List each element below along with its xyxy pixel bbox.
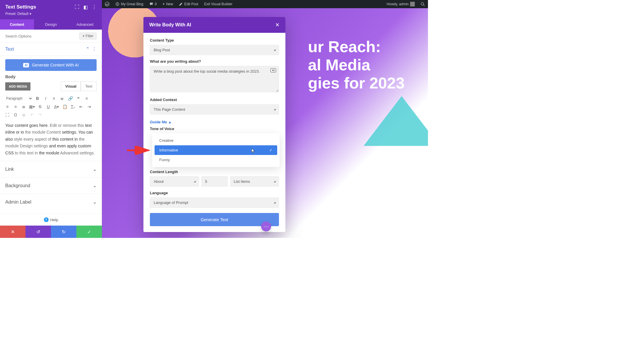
language-select[interactable]: Language of Prompt ▴▾: [150, 197, 279, 208]
check-icon: ✓: [269, 148, 273, 152]
comments-link[interactable]: 0: [146, 2, 160, 6]
undo-icon[interactable]: ↶: [28, 111, 36, 119]
save-button[interactable]: ✓: [76, 226, 102, 238]
indent-icon[interactable]: ⇥: [85, 103, 93, 110]
ai-icon: AI: [23, 63, 29, 67]
language-label: Language: [150, 191, 279, 195]
hero-heading: ur Reach: al Media gies for 2023: [308, 37, 416, 92]
ul-icon[interactable]: ≡: [50, 95, 58, 102]
section-link[interactable]: Link⌄: [0, 161, 102, 177]
chevron-down-icon: ⌄: [93, 166, 97, 172]
preset-selector[interactable]: Preset: Default ▾: [5, 12, 97, 16]
specialchar-icon[interactable]: Ω: [12, 111, 19, 119]
triangle-decoration: [364, 96, 428, 146]
align-justify-icon[interactable]: ≣: [20, 103, 28, 110]
context-select[interactable]: This Page Content ▴▾: [150, 104, 279, 115]
site-name[interactable]: My Great Blog: [112, 2, 146, 6]
search-icon[interactable]: [418, 2, 428, 6]
edit-post-link[interactable]: Edit Post: [176, 2, 201, 6]
section-admin-label[interactable]: Admin Label⌄: [0, 194, 102, 210]
underline-icon[interactable]: U: [44, 103, 52, 110]
help-link[interactable]: ? Help: [0, 214, 102, 226]
kebab-icon[interactable]: ⋮: [92, 4, 97, 10]
svg-point-2: [421, 2, 424, 5]
length-unit-select[interactable]: List Items ▴▾: [230, 176, 279, 187]
modal-header: Write Body With AI ✕: [143, 17, 285, 33]
quote-icon[interactable]: ❝: [75, 95, 82, 102]
align-right-icon[interactable]: ≡: [12, 103, 19, 110]
section-text-toggle[interactable]: Text ⌃⋮: [0, 43, 102, 56]
body-editor[interactable]: Your content goes here. Edit or remove t…: [0, 120, 102, 161]
length-label: Content Length: [150, 170, 279, 174]
tone-option-funny[interactable]: Funny: [155, 155, 277, 165]
paste-icon[interactable]: 📋: [61, 103, 68, 110]
help-icon: ?: [44, 217, 49, 222]
editor-tab-visual[interactable]: Visual: [61, 81, 81, 91]
dock-icon[interactable]: ◧: [83, 4, 88, 10]
generate-ai-button[interactable]: AI Generate Content With AI: [5, 59, 97, 71]
content-type-select[interactable]: Blog Post ▴▾: [150, 45, 279, 55]
tab-content[interactable]: Content: [0, 19, 34, 30]
prompt-textarea[interactable]: [150, 66, 279, 92]
add-media-button[interactable]: ADD MEDIA: [5, 82, 30, 91]
redo-icon[interactable]: ↷: [36, 111, 44, 119]
bottom-actions: ✕ ↺ ↻ ✓: [0, 226, 102, 238]
chevron-down-icon: ⌄: [93, 199, 97, 205]
generate-text-button[interactable]: Generate Text: [150, 213, 279, 226]
italic-icon[interactable]: I: [42, 95, 49, 102]
new-link[interactable]: + New: [160, 2, 176, 6]
avatar: [410, 2, 415, 6]
section-background[interactable]: Background⌄: [0, 177, 102, 194]
textcolor-icon[interactable]: A▾: [53, 103, 60, 110]
chevron-up-icon: ▴: [169, 120, 171, 124]
sidebar-title: Text Settings: [5, 4, 36, 10]
cancel-button[interactable]: ✕: [0, 226, 25, 238]
bold-icon[interactable]: B: [34, 95, 41, 102]
wp-admin-bar: My Great Blog 0 + New Edit Post Exit Vis…: [102, 0, 428, 8]
howdy-user[interactable]: Howdy, admin: [384, 2, 418, 6]
wp-logo[interactable]: [102, 2, 112, 6]
filter-button[interactable]: + Filter: [79, 33, 97, 40]
outdent-icon[interactable]: ⇤: [77, 103, 85, 110]
fab-more[interactable]: ⋯: [261, 221, 271, 231]
close-icon[interactable]: ✕: [275, 22, 280, 28]
search-input[interactable]: [5, 34, 79, 38]
clear-icon[interactable]: Tₓ: [69, 103, 77, 110]
expand-icon[interactable]: ⛶: [75, 4, 79, 10]
tone-option-informative[interactable]: Informative ✓: [155, 145, 277, 155]
link-icon[interactable]: 🔗: [66, 95, 74, 102]
select-arrows-icon: ▴▾: [274, 108, 275, 111]
tone-option-creative[interactable]: Creative: [155, 136, 277, 145]
exit-builder[interactable]: Exit Visual Builder: [201, 2, 235, 6]
align-center-icon[interactable]: ≡: [4, 103, 11, 110]
fullscreen-icon[interactable]: ⛶: [4, 111, 11, 119]
search-filter-row: + Filter: [0, 30, 102, 43]
select-arrows-icon: ▴▾: [274, 201, 275, 204]
modal-title: Write Body With AI: [149, 22, 191, 28]
context-label: Added Context: [150, 98, 279, 102]
table-icon[interactable]: ▦▾: [28, 103, 36, 110]
editor-toolbar: Paragraph B I ≡ ≣ 🔗 ❝ ≡ ≡ ≡ ≣ ▦▾ S U A▾ …: [0, 93, 102, 120]
length-about-select[interactable]: About ▴▾: [150, 176, 199, 187]
ai-icon[interactable]: AI: [270, 68, 276, 72]
length-count-input[interactable]: [201, 176, 228, 187]
sidebar-header: Text Settings ⛶ ◧ ⋮ Preset: Default ▾: [0, 0, 102, 19]
kebab-icon[interactable]: ⋮: [92, 46, 97, 52]
tone-label: Tone of Voice: [150, 127, 279, 131]
align-left-icon[interactable]: ≡: [83, 95, 90, 102]
sidebar-tabs: Content Design Advanced: [0, 19, 102, 30]
content-type-label: Content Type: [150, 38, 279, 42]
strikethrough-icon[interactable]: S: [36, 103, 44, 110]
undo-button[interactable]: ↺: [25, 226, 51, 238]
tab-advanced[interactable]: Advanced: [68, 19, 102, 30]
site-name-text: My Great Blog: [121, 2, 143, 6]
tab-design[interactable]: Design: [34, 19, 68, 30]
redo-button[interactable]: ↻: [51, 226, 76, 238]
prompt-label: What are you writing about?: [150, 59, 279, 64]
ol-icon[interactable]: ≣: [58, 95, 66, 102]
paragraph-select[interactable]: Paragraph: [4, 95, 33, 102]
editor-tab-text[interactable]: Text: [81, 81, 97, 91]
settings-sidebar: Text Settings ⛶ ◧ ⋮ Preset: Default ▾ Co…: [0, 0, 102, 238]
emoji-icon[interactable]: ☺: [20, 111, 28, 119]
guide-me-toggle[interactable]: Guide Me ▴: [150, 120, 171, 124]
